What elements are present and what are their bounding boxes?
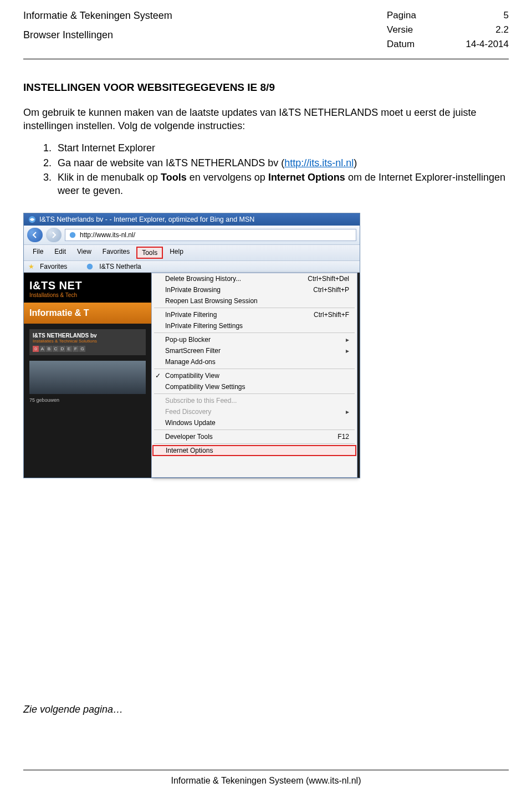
code-boxes: 0 A B C D E F G <box>33 346 142 352</box>
svg-point-1 <box>70 232 76 238</box>
page-header: Informatie & Tekeningen Systeem Browser … <box>0 0 532 54</box>
menu-item-label: Pop-up Blocker <box>165 336 211 344</box>
menu-help[interactable]: Help <box>165 247 188 259</box>
thumbnail-caption: 75 gebouwen <box>29 397 146 403</box>
tools-menu-item[interactable]: InPrivate FilteringCtrl+Shift+F <box>152 309 357 320</box>
ie-window-title: I&TS Netherlands bv - - Internet Explore… <box>39 216 254 223</box>
tab-label[interactable]: I&TS Netherla <box>99 263 141 270</box>
list-item: 1. Start Internet Explorer <box>43 141 509 155</box>
tools-menu-item[interactable]: Delete Browsing History...Ctrl+Shift+Del <box>152 273 357 284</box>
favorites-label[interactable]: Favorites <box>40 263 67 270</box>
menu-item-label: InPrivate Filtering Settings <box>165 322 243 330</box>
menu-item-shortcut: Ctrl+Shift+Del <box>308 275 349 283</box>
menu-item-label: Feed Discovery <box>165 408 211 416</box>
ie-menubar: File Edit View Favorites Tools Help <box>24 245 360 261</box>
code-box: F <box>73 346 79 352</box>
step-number: 3. <box>43 171 58 198</box>
step-fragment: en vervolgens op <box>187 172 268 183</box>
back-button[interactable] <box>27 228 43 242</box>
tools-menu-item[interactable]: Developer ToolsF12 <box>152 431 357 442</box>
tools-menu-item[interactable]: Pop-up Blocker <box>152 334 357 345</box>
doc-subtitle: Browser Instellingen <box>23 29 172 41</box>
meta-label: Pagina <box>387 10 420 21</box>
next-page-note: Zie volgende pagina… <box>23 704 123 715</box>
page-left-pane: I&TS NET Installations & Tech Informatie… <box>24 273 151 478</box>
grey-subtitle: Installaties & Technical Solutions <box>33 339 142 344</box>
step-fragment: ) <box>354 157 357 168</box>
tools-menu-item[interactable]: InPrivate BrowsingCtrl+Shift+P <box>152 284 357 295</box>
ie-icon <box>28 216 36 223</box>
tools-menu-item[interactable]: InPrivate Filtering Settings <box>152 320 357 331</box>
menu-item-label: Developer Tools <box>165 433 213 441</box>
meta-value: 5 <box>453 10 509 21</box>
address-field[interactable]: http://www.its-nl.nl/ <box>65 229 356 241</box>
ie-screenshot: I&TS Netherlands bv - - Internet Explore… <box>23 213 360 478</box>
tools-menu-item[interactable]: Windows Update <box>152 417 357 428</box>
code-box: A <box>39 346 45 352</box>
tools-menu-item: Subscribe to this Feed... <box>152 395 357 406</box>
menu-item-shortcut: Ctrl+Shift+P <box>313 286 349 294</box>
menu-view[interactable]: View <box>73 247 96 259</box>
menu-item-label: Windows Update <box>165 419 216 427</box>
meta-value: 14-4-2014 <box>453 39 509 50</box>
menu-item-shortcut <box>342 408 349 416</box>
menu-item-shortcut: Ctrl+Shift+F <box>314 311 349 319</box>
code-box: G <box>79 346 85 352</box>
code-box: C <box>53 346 59 352</box>
menu-item-label: InPrivate Filtering <box>165 311 217 319</box>
thumbnail-image <box>29 361 146 394</box>
step-bold: Internet Options <box>268 172 345 183</box>
svg-point-2 <box>87 264 93 270</box>
section-heading: INSTELLINGEN VOOR WEBSITEGEGEVENS IE 8/9 <box>23 80 509 95</box>
menu-item-shortcut: F12 <box>337 433 349 441</box>
menu-favorites[interactable]: Favorites <box>98 247 134 259</box>
step-fragment: Klik in de menubalk op <box>58 172 161 183</box>
menu-item-label: InPrivate Browsing <box>165 286 221 294</box>
page-footer: Informatie & Tekeningen Systeem (www.its… <box>0 776 532 786</box>
orange-banner: Informatie & T <box>24 303 151 324</box>
page-icon <box>86 263 94 270</box>
tools-menu-item[interactable]: Manage Add-ons <box>152 356 357 367</box>
tools-menu-item[interactable]: Internet Options <box>152 445 356 456</box>
grey-title: I&TS NETHERLANDS bv <box>33 332 142 339</box>
step-number: 2. <box>43 156 58 170</box>
menu-item-label: Compatibility View <box>165 372 219 380</box>
code-box: E <box>66 346 72 352</box>
url-text: http://www.its-nl.nl/ <box>80 231 135 239</box>
menu-file[interactable]: File <box>28 247 48 259</box>
menu-item-label: Subscribe to this Feed... <box>165 397 237 405</box>
ie-page-body: I&TS NET Installations & Tech Informatie… <box>24 273 360 478</box>
menu-item-label: Compatibility View Settings <box>165 383 245 391</box>
step-text: Ga naar de website van I&TS NETHERLANDS … <box>58 156 357 170</box>
meta-label: Datum <box>387 39 420 50</box>
menu-item-shortcut <box>342 347 349 355</box>
meta-label: Versie <box>387 24 420 35</box>
ie-window-titlebar: I&TS Netherlands bv - - Internet Explore… <box>24 213 360 226</box>
meta-block: Pagina5 Versie2.2 Datum14-4-2014 <box>387 10 509 50</box>
step-fragment: Ga naar de website van I&TS NETHERLANDS … <box>58 157 284 168</box>
page-logo: I&TS NET <box>29 279 146 292</box>
ie-address-bar: http://www.its-nl.nl/ <box>24 226 360 245</box>
grey-panel: I&TS NETHERLANDS bv Installaties & Techn… <box>29 329 146 355</box>
tools-menu-item[interactable]: Compatibility View Settings <box>152 381 357 392</box>
list-item: 3. Klik in de menubalk op Tools en vervo… <box>43 171 509 198</box>
tools-menu-item[interactable]: Reopen Last Browsing Session <box>152 295 357 306</box>
meta-value: 2.2 <box>453 24 509 35</box>
its-link[interactable]: http://its.its-nl.nl <box>284 157 354 168</box>
tools-menu-item[interactable]: SmartScreen Filter <box>152 345 357 356</box>
menu-item-label: SmartScreen Filter <box>165 347 221 355</box>
menu-tools[interactable]: Tools <box>136 247 163 259</box>
intro-paragraph: Om gebruik te kunnen maken van de laatst… <box>23 106 509 133</box>
forward-button[interactable] <box>46 228 62 242</box>
step-text: Start Internet Explorer <box>58 141 155 155</box>
tools-dropdown: Delete Browsing History...Ctrl+Shift+Del… <box>151 273 357 478</box>
page-logo-subtitle: Installations & Tech <box>29 292 146 298</box>
steps-list: 1. Start Internet Explorer 2. Ga naar de… <box>23 141 509 197</box>
star-icon: ★ <box>28 263 34 270</box>
tools-menu-item[interactable]: Compatibility View <box>152 370 357 381</box>
step-text: Klik in de menubalk op Tools en vervolge… <box>58 171 509 198</box>
system-name: Informatie & Tekeningen Systeem <box>23 10 172 22</box>
menu-edit[interactable]: Edit <box>50 247 70 259</box>
ie-favorites-bar: ★ Favorites I&TS Netherla <box>24 261 360 273</box>
step-bold: Tools <box>161 172 187 183</box>
